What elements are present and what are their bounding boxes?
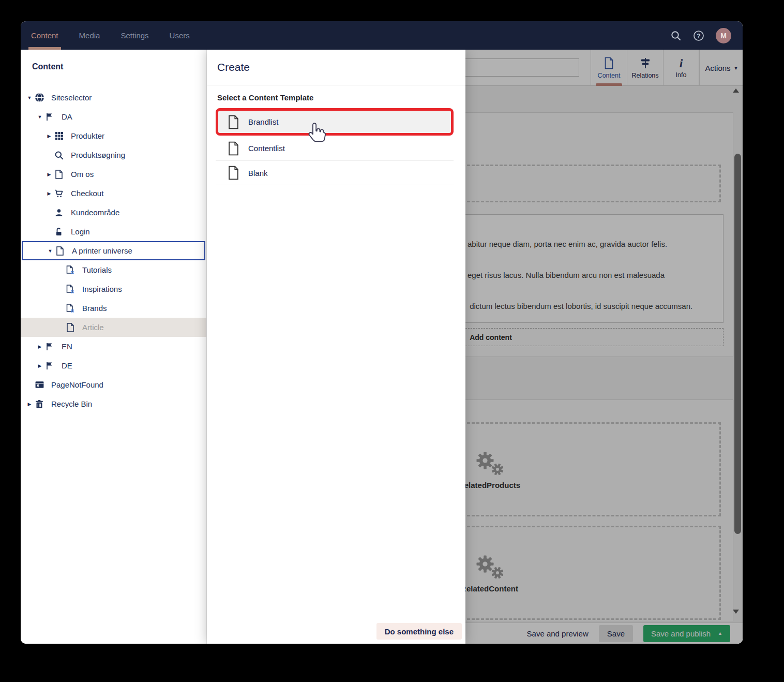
tree-item-login[interactable]: Login [21, 222, 206, 241]
tree-item-label: Siteselector [51, 93, 92, 102]
svg-text:?: ? [697, 32, 700, 39]
content-tree-sidebar: Content ▼ Siteselector ▼ DA ▶ Produkter [21, 50, 207, 644]
nav-tab-content[interactable]: Content [21, 21, 69, 50]
tree-item-om-os[interactable]: ▶ Om os [21, 165, 206, 184]
tree-item-brands[interactable]: Brands [21, 299, 206, 318]
document-list-icon [65, 284, 76, 294]
screenshot-stage: Content Media Settings Users ? M [0, 0, 784, 682]
tree-item-label: Produktsøgning [71, 151, 125, 159]
document-list-icon [65, 303, 76, 314]
flag-icon [44, 361, 55, 371]
tree-item-siteselector[interactable]: ▼ Siteselector [21, 88, 206, 107]
document-icon [228, 115, 239, 129]
caret-collapsed-icon[interactable]: ▶ [44, 172, 54, 177]
tree-item-inspirations[interactable]: Inspirations [21, 279, 206, 299]
trash-icon [34, 399, 44, 409]
nav-tab-label: Media [79, 31, 100, 40]
nav-tab-media[interactable]: Media [69, 21, 111, 50]
globe-icon [34, 93, 44, 103]
user-avatar[interactable]: M [716, 28, 731, 43]
template-option-brandlist[interactable]: Brandlist [218, 111, 451, 133]
nav-tab-label: Users [170, 31, 190, 40]
tree-item-label: PageNotFound [51, 380, 103, 389]
template-option-label: Contentlist [248, 144, 285, 153]
avatar-initial: M [720, 32, 727, 40]
app-window: Content Media Settings Users ? M [21, 21, 743, 644]
tree-item-label: Brands [82, 304, 107, 313]
document-icon [65, 322, 76, 333]
tree-item-da[interactable]: ▼ DA [21, 107, 206, 126]
tree-item-tutorials[interactable]: Tutorials [21, 260, 206, 279]
document-icon [55, 246, 65, 256]
page-error-icon [34, 380, 44, 390]
section-label: Select a Content Template [217, 93, 313, 102]
annotation-highlight-box: Brandlist [216, 108, 454, 136]
tree-item-de[interactable]: ▶ DE [21, 356, 206, 375]
grid-icon [54, 131, 64, 141]
tree-item-en[interactable]: ▶ EN [21, 337, 206, 356]
dialog-title: Create [217, 61, 250, 73]
nav-tab-users[interactable]: Users [159, 21, 200, 50]
search-icon[interactable] [670, 30, 682, 41]
tree-item-produktsogning[interactable]: Produktsøgning [21, 145, 206, 165]
document-icon [228, 141, 239, 156]
caret-expanded-icon[interactable]: ▼ [35, 114, 44, 120]
help-icon[interactable]: ? [693, 30, 704, 41]
tree-item-label: Inspirations [82, 285, 122, 293]
top-navigation-bar: Content Media Settings Users ? M [21, 21, 743, 50]
caret-collapsed-icon[interactable]: ▶ [44, 191, 54, 196]
tree-item-label: Checkout [71, 189, 103, 198]
template-option-contentlist[interactable]: Contentlist [216, 136, 454, 161]
tree-item-kundeomraade[interactable]: Kundeområde [21, 203, 206, 222]
document-list-icon [65, 265, 76, 275]
template-option-label: Blank [248, 169, 268, 177]
search-icon [54, 150, 64, 160]
content-tree: ▼ Siteselector ▼ DA ▶ Produkter [21, 88, 206, 413]
flag-icon [44, 112, 55, 122]
caret-collapsed-icon[interactable]: ▶ [25, 402, 34, 407]
document-icon [54, 169, 64, 180]
caret-expanded-icon[interactable]: ▼ [25, 95, 34, 100]
caret-collapsed-icon[interactable]: ▶ [44, 134, 54, 139]
tree-item-checkout[interactable]: ▶ Checkout [21, 184, 206, 203]
caret-collapsed-icon[interactable]: ▶ [35, 344, 44, 349]
tree-item-label: A printer universe [72, 246, 132, 255]
tree-item-label: DE [62, 361, 72, 370]
unlock-icon [54, 227, 64, 237]
tree-item-a-printer-universe[interactable]: ▼ A printer universe [22, 241, 205, 260]
tree-item-label: Login [71, 227, 90, 236]
do-something-else-button[interactable]: Do something else [376, 623, 462, 640]
divider [207, 85, 465, 85]
tree-item-pagenotfound[interactable]: PageNotFound [21, 375, 206, 394]
hand-cursor-icon [306, 122, 326, 150]
sidebar-title: Content [32, 62, 63, 71]
tree-item-recycle-bin[interactable]: ▶ Recycle Bin [21, 394, 206, 413]
tree-item-label: DA [62, 112, 72, 121]
tree-item-article[interactable]: Article [21, 318, 206, 337]
caret-collapsed-icon[interactable]: ▶ [35, 363, 44, 368]
nav-tab-label: Content [31, 31, 58, 40]
cart-icon [54, 188, 64, 199]
do-something-else-label: Do something else [385, 627, 454, 636]
user-icon [54, 207, 64, 218]
create-dialog: Create Select a Content Template Brandli… [207, 50, 465, 644]
nav-tab-settings[interactable]: Settings [110, 21, 159, 50]
nav-tab-label: Settings [120, 31, 148, 40]
template-option-blank[interactable]: Blank [216, 161, 454, 185]
tree-item-label: Tutorials [82, 265, 112, 274]
tree-item-label: Produkter [71, 131, 104, 140]
tree-item-label: Article [82, 323, 104, 332]
template-option-label: Brandlist [248, 117, 278, 126]
flag-icon [44, 342, 55, 352]
document-icon [228, 166, 239, 180]
tree-item-label: EN [62, 342, 72, 351]
caret-expanded-icon[interactable]: ▼ [46, 248, 55, 254]
tree-item-produkter[interactable]: ▶ Produkter [21, 126, 206, 145]
tree-item-label: Recycle Bin [51, 399, 92, 408]
tree-item-label: Kundeområde [71, 208, 119, 217]
tree-item-label: Om os [71, 170, 94, 179]
